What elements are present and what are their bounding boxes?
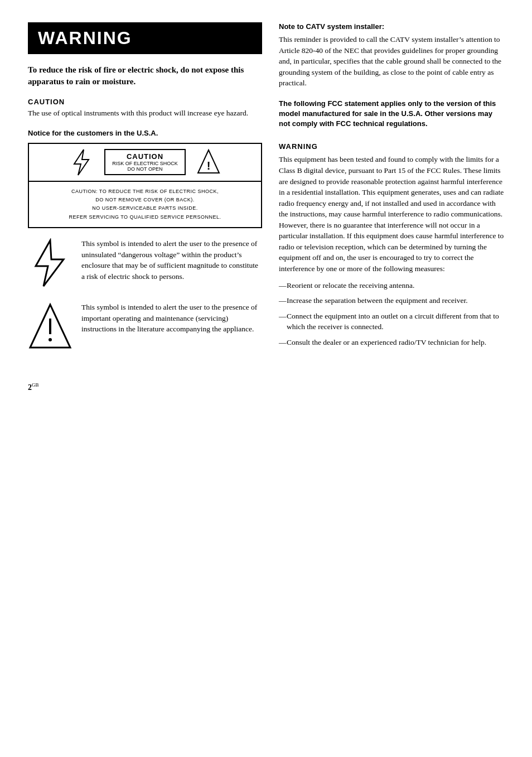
- measure-item: Connect the equipment into an outlet on …: [279, 311, 504, 332]
- warning-right-text: This equipment has been tested and found…: [279, 154, 504, 274]
- exclamation-triangle-right-icon: !: [197, 148, 220, 176]
- warning-right-heading: WARNING: [279, 142, 504, 151]
- note-catv-text: This reminder is provided to call the CA…: [279, 34, 504, 89]
- caution-label-sub2: DO NOT OPEN: [112, 166, 178, 172]
- caution-label-inner: CAUTION RISK OF ELECTRIC SHOCK DO NOT OP…: [104, 149, 186, 175]
- lightning-bolt-left-icon: [70, 148, 93, 176]
- svg-point-6: [49, 338, 52, 341]
- right-column: Note to CATV system installer: This remi…: [279, 22, 504, 365]
- diagram-line-2: DO NOT REMOVE COVER (OR BACK).: [35, 196, 255, 204]
- symbol2-text: This symbol is intended to alert the use…: [81, 302, 262, 335]
- exclamation-triangle-symbol-icon: [28, 302, 72, 354]
- diagram-line-4: REFER SERVICING TO QUALIFIED SERVICE PER…: [35, 213, 255, 221]
- caution-text: The use of optical instruments with this…: [28, 108, 262, 119]
- svg-marker-3: [36, 240, 64, 286]
- symbol1-text: This symbol is intended to alert the use…: [81, 238, 262, 282]
- measure-item: Increase the separation between the equi…: [279, 295, 504, 306]
- svg-text:!: !: [206, 160, 210, 172]
- note-catv-heading: Note to CATV system installer:: [279, 22, 504, 31]
- warning-header-box: WARNING: [28, 22, 262, 54]
- diagram-line-3: NO USER-SERVICEABLE PARTS INSIDE.: [35, 204, 255, 213]
- svg-marker-0: [74, 150, 89, 175]
- caution-diagram-bottom: CAUTION: TO REDUCE THE RISK OF ELECTRIC …: [29, 182, 261, 227]
- measures-list: Reorient or relocate the receiving anten…: [279, 280, 504, 348]
- caution-label-sub1: RISK OF ELECTRIC SHOCK: [112, 161, 178, 166]
- page-number: 2GB: [28, 382, 504, 392]
- caution-diagram: CAUTION RISK OF ELECTRIC SHOCK DO NOT OP…: [28, 143, 262, 228]
- symbol-row-2: This symbol is intended to alert the use…: [28, 302, 262, 354]
- notice-heading: Notice for the customers in the U.S.A.: [28, 129, 262, 137]
- fcc-heading: The following FCC statement applies only…: [279, 99, 504, 129]
- caution-label-title: CAUTION: [112, 152, 178, 161]
- diagram-line-1: CAUTION: TO REDUCE THE RISK OF ELECTRIC …: [35, 187, 255, 196]
- symbol-row-1: This symbol is intended to alert the use…: [28, 238, 262, 291]
- caution-diagram-top: CAUTION RISK OF ELECTRIC SHOCK DO NOT OP…: [29, 144, 261, 182]
- left-column: WARNING To reduce the risk of fire or el…: [28, 22, 262, 365]
- measure-item: Reorient or relocate the receiving anten…: [279, 280, 504, 291]
- caution-heading: CAUTION: [28, 98, 262, 106]
- warning-subtitle: To reduce the risk of fire or electric s…: [28, 64, 262, 88]
- warning-title: WARNING: [38, 28, 132, 48]
- lightning-bolt-symbol-icon: [28, 238, 72, 291]
- measure-item: Consult the dealer or an experienced rad…: [279, 337, 504, 348]
